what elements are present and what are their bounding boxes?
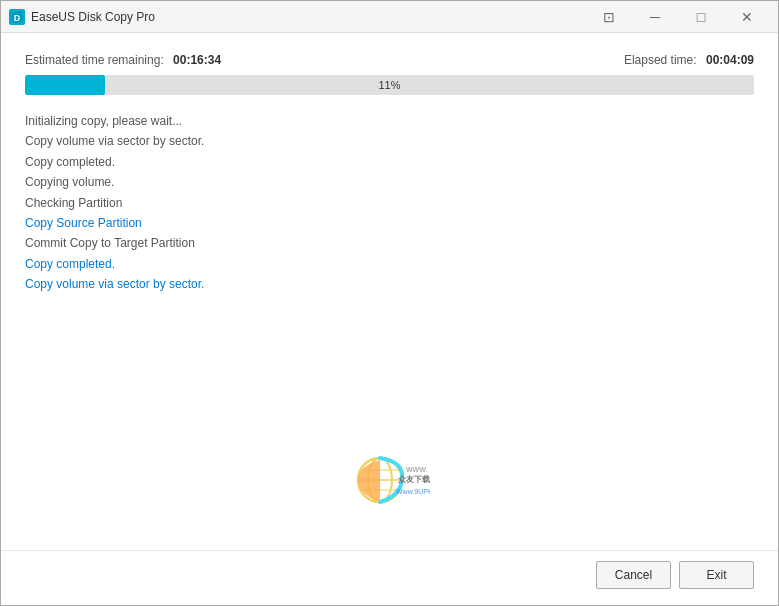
titlebar: D EaseUS Disk Copy Pro ⊡ ─ □ ✕ — [1, 1, 778, 33]
log-area: Initializing copy, please wait...Copy vo… — [25, 111, 754, 432]
progress-bar-container: 11% — [25, 75, 754, 95]
elapsed-label: Elapsed time: — [624, 53, 697, 67]
watermark-area: WWW. 众友下载站 Www.9UPK.Com — [25, 432, 754, 530]
main-content: Estimated time remaining: 00:16:34 Elaps… — [1, 33, 778, 550]
svg-text:D: D — [14, 13, 21, 23]
elapsed-time: Elapsed time: 00:04:09 — [624, 53, 754, 67]
log-line: Initializing copy, please wait... — [25, 111, 754, 131]
maximize-button[interactable]: □ — [678, 1, 724, 33]
progress-percent-label: 11% — [25, 75, 754, 95]
log-line: Copy completed. — [25, 254, 754, 274]
close-button[interactable]: ✕ — [724, 1, 770, 33]
log-line: Copy completed. — [25, 152, 754, 172]
window-controls: ⊡ ─ □ ✕ — [586, 1, 770, 33]
time-info-row: Estimated time remaining: 00:16:34 Elaps… — [25, 53, 754, 67]
minimize-button[interactable]: ─ — [632, 1, 678, 33]
log-line: Copy Source Partition — [25, 213, 754, 233]
log-line: Commit Copy to Target Partition — [25, 233, 754, 253]
log-line: Copy volume via sector by sector. — [25, 131, 754, 151]
estimated-value: 00:16:34 — [173, 53, 221, 67]
exit-button[interactable]: Exit — [679, 561, 754, 589]
svg-text:Www.9UPK.Com: Www.9UPK.Com — [396, 488, 430, 495]
estimated-time: Estimated time remaining: 00:16:34 — [25, 53, 221, 67]
log-line: Copy volume via sector by sector. — [25, 274, 754, 294]
app-icon: D — [9, 9, 25, 25]
window-title: EaseUS Disk Copy Pro — [31, 10, 586, 24]
cancel-button[interactable]: Cancel — [596, 561, 671, 589]
svg-text:WWW.: WWW. — [406, 466, 427, 473]
watermark: WWW. 众友下载站 Www.9UPK.Com — [350, 452, 430, 510]
main-window: D EaseUS Disk Copy Pro ⊡ ─ □ ✕ Estimated… — [0, 0, 779, 606]
restore-button[interactable]: ⊡ — [586, 1, 632, 33]
log-line: Copying volume. — [25, 172, 754, 192]
footer: Cancel Exit — [1, 550, 778, 605]
estimated-label: Estimated time remaining: — [25, 53, 164, 67]
elapsed-value: 00:04:09 — [706, 53, 754, 67]
log-line: Checking Partition — [25, 193, 754, 213]
watermark-logo: WWW. 众友下载站 Www.9UPK.Com — [350, 452, 430, 507]
svg-text:众友下载站: 众友下载站 — [397, 475, 430, 484]
